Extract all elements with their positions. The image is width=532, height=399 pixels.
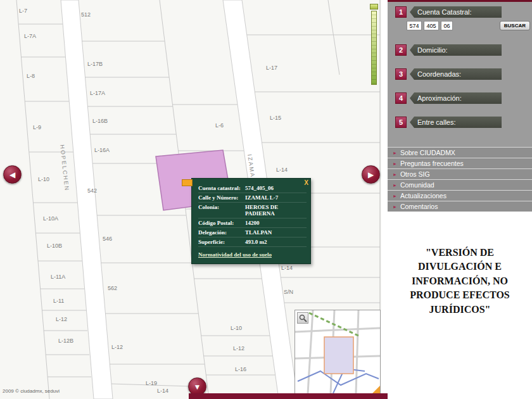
popup-field-label: Cuenta catastral: xyxy=(198,185,245,191)
search-option-row[interactable]: 3 Coordenadas: xyxy=(395,68,502,80)
zoom-slider-track[interactable] xyxy=(371,11,377,85)
minimap-resize-handle[interactable] xyxy=(372,386,380,393)
menu-item-label: Otros SIG xyxy=(400,170,430,178)
search-option-row[interactable]: 2 Domicilio: xyxy=(395,44,502,56)
marker-flag-icon xyxy=(182,179,193,186)
menu-item[interactable]: ► Comentarios xyxy=(388,201,532,212)
map-viewport[interactable]: HOPELCHEN IZAMAL L-7 512 L-7A L-17B L-17… xyxy=(0,0,388,399)
option-label-bar: Coordenadas: xyxy=(410,68,502,80)
option-number-badge: 3 xyxy=(395,68,407,80)
magnifier-zoom-icon[interactable] xyxy=(297,312,308,324)
arrow-bullet-icon: ► xyxy=(393,162,397,166)
menu-item-label: Actualizaciones xyxy=(400,192,446,200)
option-number-badge: 1 xyxy=(395,6,407,18)
ciudadmx-app: HOPELCHEN IZAMAL L-7 512 L-7A L-17B L-17… xyxy=(0,0,532,399)
buscar-button[interactable]: BUSCAR xyxy=(500,21,530,30)
arrow-bullet-icon: ► xyxy=(393,183,397,187)
search-option-row[interactable]: 5 Entre calles: xyxy=(395,117,502,128)
popup-row: Cuenta catastral: 574_405_06 xyxy=(198,184,307,193)
popup-field-label: Colonia: xyxy=(198,204,245,217)
zoom-slider[interactable] xyxy=(369,4,379,87)
menu-item-label: Sobre CIUDADMX xyxy=(400,149,455,156)
parcel-info-popup: X Cuenta catastral: 574_405_06 Calle y N… xyxy=(191,178,311,264)
zoom-slider-handle[interactable] xyxy=(370,4,378,10)
popup-field-label: Código Postal: xyxy=(198,220,245,226)
cuenta-manzana-input[interactable] xyxy=(424,21,439,30)
cuenta-catastral-inputs xyxy=(407,21,453,30)
search-panel: 1 Cuenta Catastral: 2 Domicilio: 3 Coord… xyxy=(388,0,532,399)
bottom-toolbar-strip xyxy=(189,393,388,399)
popup-field-label: Calle y Número: xyxy=(198,194,245,201)
option-label-bar: Entre calles: xyxy=(410,117,502,128)
legal-disclaimer-text: "VERSIÓN DE DIVULGACIÓN E INFORMACIÓN, N… xyxy=(395,246,525,317)
menu-item-label: Comunidad xyxy=(400,181,434,189)
popup-field-value: 574_405_06 xyxy=(245,185,274,191)
pan-left-button[interactable]: ◀ xyxy=(3,165,22,184)
arrow-left-icon: ◀ xyxy=(10,170,15,179)
copyright-text: 2009 © ciudadmx, seduvi xyxy=(3,388,60,394)
menu-item-label: Comentarios xyxy=(400,203,438,210)
popup-field-value: HEROES DE PADIERNA xyxy=(245,204,307,217)
option-number-badge: 5 xyxy=(395,117,407,128)
option-label-bar: Domicilio: xyxy=(410,44,502,56)
option-label-bar: Cuenta Catastral: xyxy=(410,6,502,18)
popup-row: Colonia: HEROES DE PADIERNA xyxy=(198,203,307,218)
arrow-bullet-icon: ► xyxy=(393,205,397,209)
pan-right-button[interactable]: ▶ xyxy=(362,165,380,184)
popup-field-value: 493.0 m2 xyxy=(245,239,267,245)
arrow-bullet-icon: ► xyxy=(393,172,397,177)
side-menu: ► Sobre CIUDADMX ► Preguntas frecuentes … xyxy=(388,147,532,212)
option-label-bar: Aproximación: xyxy=(410,92,502,104)
arrow-down-icon: ▼ xyxy=(194,383,201,391)
menu-item[interactable]: ► Actualizaciones xyxy=(388,190,532,201)
menu-item[interactable]: ► Comunidad xyxy=(388,179,532,190)
arrow-right-icon: ▶ xyxy=(368,170,374,179)
menu-item[interactable]: ► Preguntas frecuentes xyxy=(388,158,532,168)
popup-row: Delegación: TLALPAN xyxy=(198,229,307,238)
popup-field-label: Delegación: xyxy=(198,229,245,236)
popup-row: Superficie: 493.0 m2 xyxy=(198,238,307,247)
arrow-bullet-icon: ► xyxy=(393,194,397,198)
popup-field-value: TLALPAN xyxy=(245,229,272,236)
menu-item-label: Preguntas frecuentes xyxy=(400,160,464,167)
cuenta-region-input[interactable] xyxy=(407,21,422,30)
search-option-row[interactable]: 4 Aproximación: xyxy=(395,92,502,104)
search-option-row[interactable]: 1 Cuenta Catastral: xyxy=(395,6,502,18)
cuenta-lote-input[interactable] xyxy=(441,21,453,30)
overview-minimap[interactable] xyxy=(294,310,381,394)
close-icon[interactable]: X xyxy=(304,179,308,186)
menu-item[interactable]: ► Sobre CIUDADMX xyxy=(388,147,532,158)
popup-field-value: IZAMAL L-7 xyxy=(245,194,278,201)
popup-field-label: Superficie: xyxy=(198,239,245,245)
arrow-bullet-icon: ► xyxy=(393,151,397,155)
popup-rows: Cuenta catastral: 574_405_06 Calle y Núm… xyxy=(198,184,307,247)
popup-row: Calle y Número: IZAMAL L-7 xyxy=(198,194,307,203)
popup-field-value: 14200 xyxy=(245,220,260,226)
option-number-badge: 4 xyxy=(395,92,407,104)
menu-item[interactable]: ► Otros SIG xyxy=(388,168,532,179)
normatividad-link[interactable]: Normatividad del uso de suelo xyxy=(198,251,272,258)
minimap-view-extent[interactable] xyxy=(324,337,353,374)
popup-row: Código Postal: 14200 xyxy=(198,219,307,228)
option-number-badge: 2 xyxy=(395,44,407,56)
